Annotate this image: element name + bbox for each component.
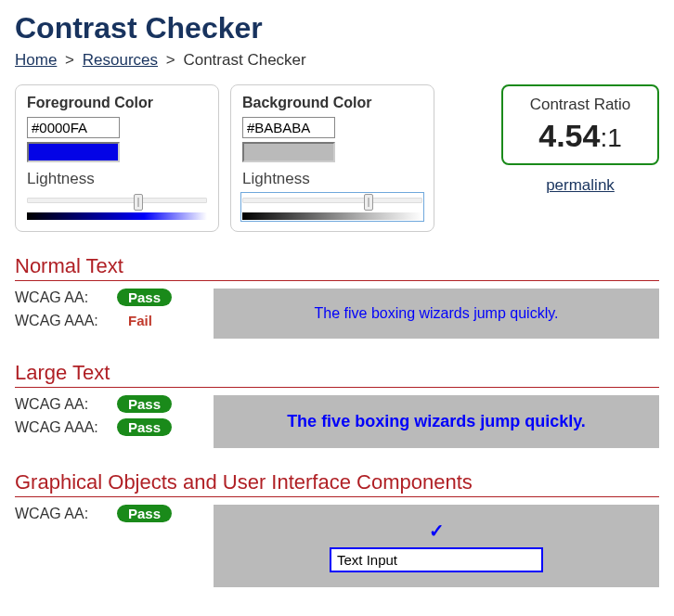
background-swatch[interactable] [242,142,335,162]
contrast-ratio-value: 4.54:1 [516,118,644,154]
breadcrumb-home[interactable]: Home [15,51,57,69]
demo-text-input[interactable] [330,547,543,572]
page-title: Contrast Checker [15,11,659,45]
large-text-section: Large Text WCAG AA: Pass WCAG AAA: Pass … [15,361,659,448]
foreground-hex-input[interactable] [27,117,120,138]
foreground-panel: Foreground Color Lightness [15,84,219,232]
normal-aaa-label: WCAG AAA: [15,313,108,329]
permalink-link[interactable]: permalink [546,176,615,194]
contrast-ratio-title: Contrast Ratio [516,96,644,114]
large-text-heading: Large Text [15,361,659,388]
breadcrumb-current: Contrast Checker [183,51,305,69]
background-lightness-slider[interactable] [242,194,422,220]
normal-sample: The five boxing wizards jump quickly. [214,289,659,339]
large-sample: The five boxing wizards jump quickly. [214,395,659,448]
ui-aa-status: Pass [117,505,172,522]
normal-aaa-status: Fail [117,312,163,329]
normal-text-section: Normal Text WCAG AA: Pass WCAG AAA: Fail… [15,254,659,339]
background-legend: Background Color [242,95,422,111]
ui-components-section: Graphical Objects and User Interface Com… [15,470,659,587]
foreground-legend: Foreground Color [27,95,207,111]
large-aaa-label: WCAG AAA: [15,419,108,436]
checkmark-icon: ✓ [429,520,445,542]
foreground-swatch[interactable] [27,142,120,162]
ui-sample: ✓ [214,505,659,587]
background-hex-input[interactable] [242,117,335,138]
background-panel: Background Color Lightness [230,84,434,232]
large-aa-label: WCAG AA: [15,396,108,413]
ui-aa-label: WCAG AA: [15,506,108,522]
breadcrumb-resources[interactable]: Resources [83,51,158,69]
background-lightness-label: Lightness [242,170,422,188]
normal-aa-status: Pass [117,289,172,306]
ui-components-heading: Graphical Objects and User Interface Com… [15,470,659,497]
contrast-ratio-box: Contrast Ratio 4.54:1 [501,84,659,165]
normal-text-heading: Normal Text [15,254,659,281]
normal-aa-label: WCAG AA: [15,289,108,306]
foreground-lightness-label: Lightness [27,170,207,188]
breadcrumb: Home > Resources > Contrast Checker [15,51,659,70]
breadcrumb-sep: > [166,51,175,69]
large-aaa-status: Pass [117,418,172,436]
breadcrumb-sep: > [65,51,74,69]
large-aa-status: Pass [117,395,172,413]
foreground-lightness-slider[interactable] [27,194,207,220]
